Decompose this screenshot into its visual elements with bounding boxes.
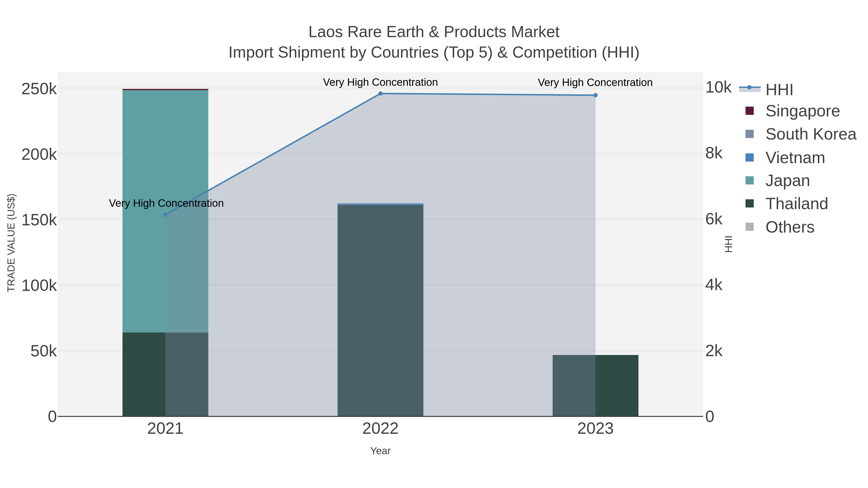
svg-text:50k: 50k	[30, 341, 57, 360]
svg-text:Very High Concentration: Very High Concentration	[109, 197, 224, 209]
svg-text:2k: 2k	[705, 341, 723, 360]
svg-text:Singapore: Singapore	[766, 101, 840, 120]
svg-text:2022: 2022	[362, 419, 399, 437]
svg-text:2023: 2023	[577, 419, 614, 437]
svg-text:Vietnam: Vietnam	[766, 148, 825, 166]
svg-text:200k: 200k	[22, 145, 57, 163]
svg-text:150k: 150k	[22, 210, 57, 229]
svg-text:100k: 100k	[22, 276, 57, 294]
svg-text:HHI: HHI	[766, 80, 794, 99]
svg-text:Very High Concentration: Very High Concentration	[323, 76, 438, 88]
svg-text:HHI: HHI	[723, 235, 734, 253]
svg-text:Laos Rare Earth & Products Mar: Laos Rare Earth & Products Market	[308, 23, 560, 40]
svg-text:South Korea: South Korea	[766, 125, 857, 143]
svg-text:10k: 10k	[705, 77, 732, 96]
svg-text:8k: 8k	[705, 143, 723, 162]
svg-text:Import Shipment by Countries (: Import Shipment by Countries (Top 5) & C…	[228, 43, 640, 61]
svg-text:0: 0	[48, 407, 57, 425]
svg-text:Year: Year	[370, 445, 391, 456]
svg-text:6k: 6k	[705, 209, 723, 228]
svg-text:4k: 4k	[705, 275, 723, 294]
svg-text:0: 0	[705, 407, 714, 425]
svg-text:Japan: Japan	[766, 171, 810, 189]
svg-text:2021: 2021	[147, 419, 184, 437]
svg-text:TRADE VALUE (US$): TRADE VALUE (US$)	[5, 194, 17, 292]
svg-text:Thailand: Thailand	[766, 194, 829, 213]
svg-text:250k: 250k	[22, 79, 57, 98]
svg-text:Others: Others	[766, 218, 815, 236]
svg-text:Very High Concentration: Very High Concentration	[538, 76, 653, 88]
